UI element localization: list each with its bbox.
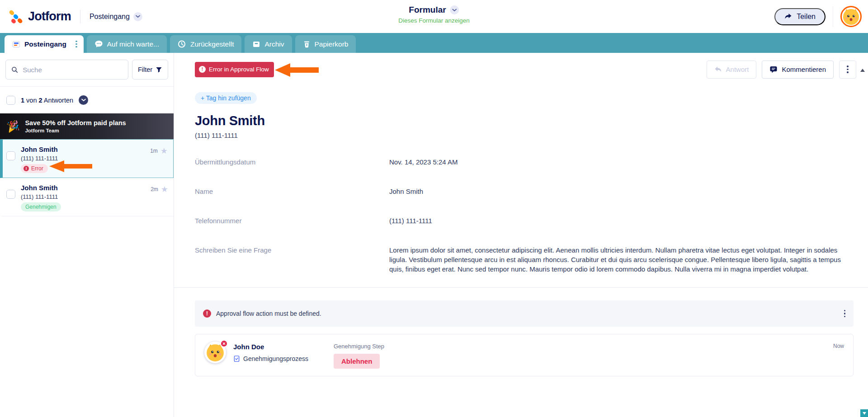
tab-label: Archiv [264, 40, 284, 48]
count-chevron-icon[interactable] [79, 95, 88, 105]
star-icon[interactable]: ★ [161, 185, 168, 193]
inbox-tab-bar: Posteingang Auf mich warte... Zurückgest… [0, 33, 868, 53]
inbox-icon [12, 40, 20, 48]
approval-options-icon[interactable] [844, 310, 846, 318]
tab-posteingang[interactable]: Posteingang [5, 35, 84, 53]
section-divider [174, 287, 868, 288]
approver-info: John Doe Genehmigungsprozess [233, 342, 314, 369]
item-checkbox[interactable] [6, 151, 15, 160]
tab-papierkorb[interactable]: Papierkorb [295, 35, 356, 53]
chevron-down-icon [133, 12, 142, 21]
detail-content: + Tag hin zufügen John Smith (111) 111-1… [174, 86, 868, 417]
select-all-checkbox[interactable] [6, 96, 15, 105]
snooze-clock-icon [178, 40, 186, 48]
step-label: Genehmigung Step [334, 343, 384, 350]
field-list: Übermittlungsdatum Nov. 14, 2023 5:24 AM… [195, 157, 854, 274]
search-box [5, 60, 128, 80]
tab-label: Papierkorb [315, 40, 349, 48]
workspace-dropdown[interactable]: Posteingang [90, 12, 142, 21]
item-phone: (111) 111-1111 [21, 155, 145, 162]
approver-name: John Doe [233, 343, 314, 351]
tab-options-icon[interactable] [74, 39, 79, 49]
more-options-button[interactable] [839, 61, 856, 79]
app-header: Jotform Posteingang Formular Dieses Form… [0, 0, 868, 33]
promo-title: Save 50% off Jotform paid plans [25, 119, 126, 127]
field-row: Name John Smith [195, 187, 854, 196]
view-form-link[interactable]: Dieses Formular anzeigen [398, 17, 470, 24]
comment-button[interactable]: Kommentieren [762, 61, 834, 79]
submission-list-item[interactable]: John Smith (111) 111-1111 Genehmigen 2m … [0, 178, 174, 216]
reply-arrow-icon [714, 66, 722, 73]
error-exclamation-icon: ! [203, 309, 211, 318]
comment-icon [769, 66, 778, 74]
field-value: John Smith [389, 187, 429, 196]
party-popper-icon: 🎉 [6, 119, 20, 133]
scroll-down-arrow[interactable] [860, 409, 868, 417]
approval-step: Genehmigung Step Ablehnen [334, 342, 384, 369]
tab-label: Zurückgestellt [190, 40, 234, 48]
approval-process-row: Genehmigungsprozess [233, 355, 314, 362]
promo-banner[interactable]: 🎉 Save 50% off Jotform paid plans Jotfor… [0, 113, 174, 139]
item-meta: 2m ★ [151, 183, 168, 211]
header-divider [833, 6, 833, 27]
tab-label: Auf mich warte... [107, 40, 159, 48]
error-exclamation-icon: ! [199, 66, 206, 73]
jotform-logo-icon [7, 8, 24, 25]
add-tag-button[interactable]: + Tag hin zufügen [195, 92, 257, 104]
share-icon [784, 13, 792, 20]
approve-tag: Genehmigen [21, 202, 61, 211]
field-row: Schreiben Sie eine Frage Lorem ipsum dol… [195, 245, 854, 274]
workspace-label: Posteingang [90, 13, 130, 21]
chevron-down-icon [450, 5, 459, 14]
item-name: John Smith [21, 184, 145, 192]
tab-auf-mich-wartet[interactable]: Auf mich warte... [87, 35, 167, 53]
field-value: Lorem ipsum dolor sit amet, consectetur … [389, 245, 854, 274]
item-checkbox[interactable] [6, 190, 15, 199]
scroll-up-arrow[interactable] [860, 69, 865, 72]
search-input[interactable] [23, 66, 123, 74]
user-avatar[interactable] [840, 6, 862, 27]
form-title-dropdown[interactable]: Formular [398, 5, 470, 15]
tag-label: Error [31, 165, 43, 172]
rejected-x-icon: ✕ [220, 340, 228, 347]
tab-zurueckgestellt[interactable]: Zurückgestellt [170, 35, 241, 53]
jotform-logo[interactable]: Jotform [0, 8, 71, 25]
submission-title: John Smith [195, 113, 854, 128]
tab-archiv[interactable]: Archiv [245, 35, 292, 53]
item-main: John Smith (111) 111-1111 Genehmigen [21, 183, 145, 211]
error-in-approval-flow-badge[interactable]: ! Error in Approval Flow [195, 62, 274, 77]
avatar-face-icon [842, 8, 860, 25]
reply-label: Antwort [726, 66, 749, 73]
filter-label: Filter [138, 66, 152, 73]
item-time: 1m [150, 148, 158, 154]
error-badge-label: Error in Approval Flow [209, 66, 269, 73]
approval-step-card: ✕ John Doe Genehmigungsprozess [195, 334, 854, 376]
field-label: Telefonnummer [195, 216, 389, 225]
field-row: Übermittlungsdatum Nov. 14, 2023 5:24 AM [195, 157, 854, 167]
filter-button[interactable]: Filter [132, 60, 168, 80]
trash-icon [303, 40, 311, 48]
star-icon[interactable]: ★ [160, 147, 168, 155]
form-title-block: Formular Dieses Formular anzeigen [398, 5, 470, 24]
field-label: Name [195, 187, 389, 196]
promo-subtitle: Jotform Team [25, 128, 126, 133]
share-button[interactable]: Teilen [774, 8, 826, 25]
field-label: Übermittlungsdatum [195, 157, 389, 167]
share-label: Teilen [797, 13, 816, 21]
approver-avatar: ✕ [204, 342, 226, 363]
item-meta: 1m ★ [150, 144, 168, 173]
reject-action-badge[interactable]: Ablehnen [334, 354, 380, 369]
detail-toolbar: ! Error in Approval Flow Antwort Komment [174, 53, 868, 86]
field-row: Telefonnummer (111) 111-1111 [195, 216, 854, 225]
reply-button[interactable]: Antwort [707, 61, 757, 79]
submission-list-sidebar: Filter 1 von 2 Antworten 🎉 Save 50% off … [0, 53, 174, 417]
comment-label: Kommentieren [782, 66, 826, 73]
submission-list-item[interactable]: John Smith (111) 111-1111 ! Error 1m ★ [0, 139, 174, 178]
funnel-icon [156, 66, 162, 73]
kebab-icon [847, 66, 849, 73]
approval-clipboard-icon [233, 355, 240, 362]
field-value: Nov. 14, 2023 5:24 AM [389, 157, 463, 167]
header-right: Teilen [774, 6, 868, 27]
item-phone: (111) 111-1111 [21, 193, 145, 200]
form-title: Formular [409, 5, 446, 15]
